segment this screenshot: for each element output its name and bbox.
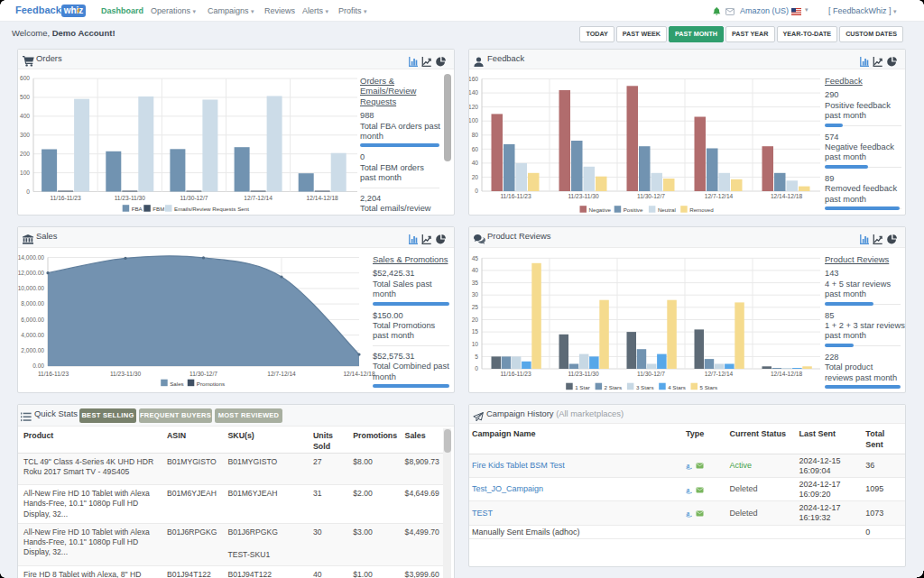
svg-text:20: 20 [472,174,479,180]
svg-text:500: 500 [20,94,30,100]
svg-text:600: 600 [20,75,30,81]
svg-text:11/23-11/30: 11/23-11/30 [568,193,599,199]
svg-text:12/14-12/18: 12/14-12/18 [307,195,339,201]
svg-text:12/7-12/14: 12/7-12/14 [244,195,273,201]
svg-text:12/7-12/14: 12/7-12/14 [705,371,734,377]
svg-text:11/30-12/7: 11/30-12/7 [180,195,208,201]
svg-text:11/30-12/7: 11/30-12/7 [637,371,665,377]
svg-text:0.00: 0.00 [32,362,44,369]
svg-text:40: 40 [472,160,479,166]
svg-text:100: 100 [20,170,30,176]
svg-text:45: 45 [472,255,479,261]
svg-text:Sales: Sales [170,381,183,387]
svg-text:Emails/Review Requests Sent: Emails/Review Requests Sent [174,206,249,212]
svg-text:25: 25 [472,304,479,310]
svg-text:12/14-12/18: 12/14-12/18 [771,193,803,199]
svg-text:11/30-12/7: 11/30-12/7 [189,371,217,377]
svg-text:12/14-12/18: 12/14-12/18 [771,371,803,377]
svg-text:100: 100 [469,117,478,124]
svg-text:3 Stars: 3 Stars [636,384,654,390]
svg-text:80: 80 [472,132,479,138]
svg-text:14,000.00: 14,000.00 [18,254,44,261]
svg-text:11/23-11/30: 11/23-11/30 [110,371,142,377]
svg-text:200: 200 [20,151,30,157]
svg-text:160: 160 [469,76,478,82]
svg-text:8,000.00: 8,000.00 [21,300,44,307]
svg-text:10: 10 [472,341,479,347]
svg-text:120: 120 [469,104,478,110]
svg-text:11/16-11/23: 11/16-11/23 [50,195,81,201]
svg-text:1 Star: 1 Star [575,384,590,390]
svg-text:Promotions: Promotions [197,381,225,387]
svg-text:2 Stars: 2 Stars [605,384,623,390]
svg-text:15: 15 [472,328,479,335]
svg-text:0: 0 [26,188,30,195]
svg-text:a: a [686,486,689,494]
svg-text:60: 60 [472,146,479,152]
svg-text:11/23-11/30: 11/23-11/30 [115,195,146,201]
svg-text:11/16-11/23: 11/16-11/23 [500,371,531,377]
svg-text:4,000.00: 4,000.00 [21,332,44,338]
svg-text:11/16-11/23: 11/16-11/23 [38,371,69,377]
svg-text:Neutral: Neutral [658,206,676,213]
svg-text:11/23-11/30: 11/23-11/30 [568,371,599,377]
svg-text:400: 400 [20,113,30,119]
svg-text:35: 35 [472,280,479,286]
svg-text:5 Stars: 5 Stars [700,384,718,390]
svg-text:Removed: Removed [689,206,714,213]
svg-text:0: 0 [475,365,478,372]
svg-text:12,000.00: 12,000.00 [18,270,44,276]
svg-text:5: 5 [475,353,478,360]
svg-text:11/30-12/7: 11/30-12/7 [637,193,665,199]
svg-text:12/7-12/14: 12/7-12/14 [267,371,296,377]
svg-text:40: 40 [472,267,479,273]
svg-text:10,000.00: 10,000.00 [18,285,44,291]
svg-text:0: 0 [475,188,478,194]
svg-text:140: 140 [469,89,478,96]
svg-text:FBA: FBA [132,206,143,212]
svg-text:30: 30 [472,291,479,298]
svg-text:Negative: Negative [589,206,612,213]
svg-text:300: 300 [20,132,30,138]
svg-text:4 Stars: 4 Stars [668,384,686,390]
svg-text:a: a [686,462,689,470]
svg-text:6,000.00: 6,000.00 [21,317,44,323]
svg-text:11/16-11/23: 11/16-11/23 [500,193,531,199]
svg-text:2,000.00: 2,000.00 [21,347,44,353]
svg-text:FBM: FBM [152,206,164,212]
svg-text:20: 20 [472,317,479,323]
svg-text:Positive: Positive [624,206,643,213]
svg-text:12/14-12/18: 12/14-12/18 [343,371,375,377]
svg-text:12/7-12/14: 12/7-12/14 [705,193,734,199]
svg-text:a: a [686,509,689,518]
